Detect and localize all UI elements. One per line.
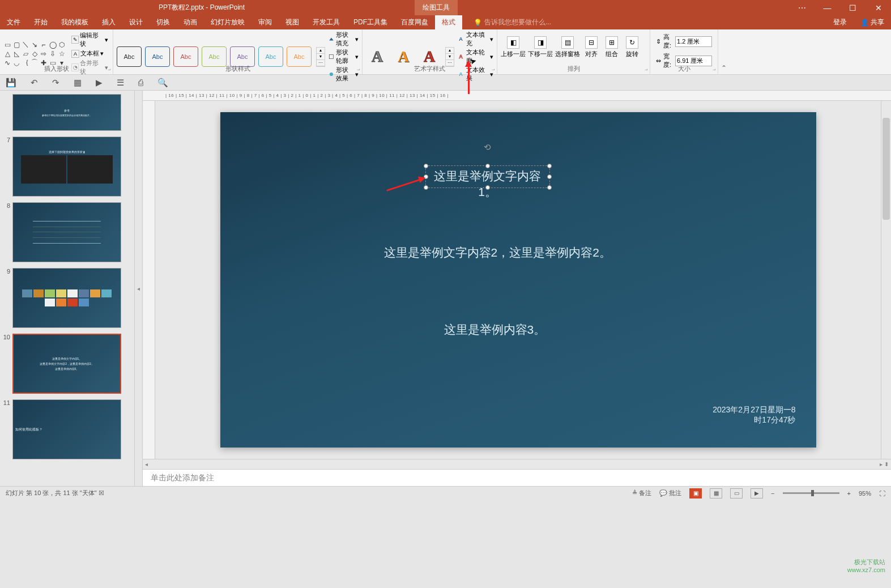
rotate-icon: ↻ <box>626 36 638 49</box>
shape-line-arrow-icon[interactable]: ↘ <box>31 41 39 49</box>
group-size: 大小 <box>650 63 718 74</box>
collapse-ribbon-button[interactable]: ⌃ <box>718 29 730 74</box>
selection-handle[interactable] <box>485 185 490 190</box>
maximize-button[interactable]: ☐ <box>840 0 866 15</box>
tab-insert[interactable]: 插入 <box>95 15 122 29</box>
selection-pane-icon: ▤ <box>561 36 574 49</box>
zoom-slider[interactable] <box>783 492 839 494</box>
reading-view-button[interactable]: ▭ <box>730 488 743 498</box>
tab-review[interactable]: 审阅 <box>251 15 279 29</box>
slide-canvas[interactable]: 这里是举例文字内容1。 ⟲ 这里是举例文字内容2，这里是举例内容2。 这里是举例… <box>155 101 881 459</box>
tab-my-templates[interactable]: 我的模板 <box>54 15 95 29</box>
textbox-icon: A <box>71 50 79 58</box>
align-button[interactable]: ⊟对齐 <box>582 36 600 58</box>
horizontal-scrollbar[interactable]: ◂▸ ⬍ <box>143 459 891 469</box>
shape-rectangle-icon[interactable]: ▭ <box>3 41 11 49</box>
height-input[interactable] <box>675 36 712 47</box>
tab-baidu-disk[interactable]: 百度网盘 <box>394 15 435 29</box>
slide-thumb-8[interactable] <box>12 202 121 262</box>
shape-star-icon[interactable]: ☆ <box>58 50 66 58</box>
shapes-gallery[interactable]: ▭▢＼↘⌐◯⬡ △◺▱◇⇨⇩☆ ∿◡｛⌒✚▭▾ <box>3 41 66 67</box>
textbox-3[interactable]: 这里是举例内容3。 <box>440 319 551 340</box>
zoom-in-button[interactable]: + <box>847 490 851 497</box>
textbox-button[interactable]: A文本框 ▾ <box>70 49 109 58</box>
login-button[interactable]: 登录 <box>826 15 854 29</box>
slide-thumb-10[interactable]: 这里是举例文字内容1。这里是举例文字内容2，这里是举例内容2。这里是举例内容3。 <box>12 334 121 394</box>
shape-diamond-icon[interactable]: ◇ <box>31 50 39 58</box>
tab-home[interactable]: 开始 <box>27 15 54 29</box>
selection-handle[interactable] <box>424 164 428 168</box>
shape-fill-button[interactable]: 形状填充 ▾ <box>329 31 359 48</box>
status-slide-info: 幻灯片 第 10 张，共 11 张 "天体" ☒ <box>6 489 104 497</box>
shape-hexagon-icon[interactable]: ⬡ <box>58 41 66 49</box>
selection-handle[interactable] <box>485 164 490 168</box>
tab-design[interactable]: 设计 <box>122 15 150 29</box>
selection-handle[interactable] <box>547 164 552 168</box>
status-notes-button[interactable]: ≜ 备注 <box>632 489 651 497</box>
status-comments-button[interactable]: 💬 批注 <box>659 489 681 497</box>
slide-thumb-11[interactable]: 如何使用此模板？ <box>12 399 121 459</box>
shape-outline-button[interactable]: 形状轮廓 ▾ <box>329 48 359 65</box>
tab-developer[interactable]: 开发工具 <box>306 15 347 29</box>
shape-parallelogram-icon[interactable]: ▱ <box>22 50 29 58</box>
thumb-number: 9 <box>2 268 10 328</box>
watermark: 极光下载站 www.xz7.com <box>847 558 885 573</box>
selection-pane-button[interactable]: ▤选择窗格 <box>555 36 580 58</box>
shape-triangle-icon[interactable]: △ <box>3 50 11 58</box>
group-button[interactable]: ⊞组合 <box>603 36 621 58</box>
outline-pen-icon <box>329 53 334 61</box>
svg-text:A: A <box>459 36 463 42</box>
rotate-handle-icon[interactable]: ⟲ <box>483 142 492 151</box>
shape-connector-icon[interactable]: ⌐ <box>40 41 48 49</box>
slide-thumb-6[interactable]: 参考参考以下网址用以搜索更多的会议相关高清图片。 <box>12 94 121 131</box>
minimize-button[interactable]: — <box>815 0 840 15</box>
shape-rounded-rect-icon[interactable]: ▢ <box>12 41 20 49</box>
wa-gallery-up-icon[interactable]: ▴ <box>446 48 454 54</box>
tab-slideshow[interactable]: 幻灯片放映 <box>204 15 251 29</box>
height-icon: ⇕ <box>656 38 661 45</box>
textbox-2[interactable]: 这里是举例文字内容2，这里是举例内容2。 <box>380 242 616 263</box>
gallery-down-icon[interactable]: ▾ <box>317 54 325 60</box>
shape-right-triangle-icon[interactable]: ◺ <box>12 50 20 58</box>
current-slide[interactable]: 这里是举例文字内容1。 ⟲ 这里是举例文字内容2，这里是举例内容2。 这里是举例… <box>220 112 816 448</box>
align-icon: ⊟ <box>585 36 598 49</box>
slide-thumb-7[interactable]: 选择下面到视觉效果的形状 ▮ <box>12 137 121 197</box>
normal-view-button[interactable]: ▣ <box>689 488 702 498</box>
notes-pane[interactable]: 单击此处添加备注 <box>143 469 891 486</box>
selection-handle[interactable] <box>547 185 552 190</box>
gallery-up-icon[interactable]: ▴ <box>317 48 325 54</box>
tab-animations[interactable]: 动画 <box>177 15 204 29</box>
slide-thumb-9[interactable] <box>12 268 121 328</box>
selection-handle[interactable] <box>547 174 552 179</box>
edit-shape-button[interactable]: ✎编辑形状 ▾ <box>70 31 109 49</box>
tab-format[interactable]: 格式 <box>435 15 462 29</box>
fit-to-window-button[interactable]: ⛶ <box>879 490 885 497</box>
text-fill-button[interactable]: A文本填充 ▾ <box>458 31 493 48</box>
sorter-view-button[interactable]: ▦ <box>710 488 722 498</box>
slide-thumbnails-panel[interactable]: 参考参考以下网址用以搜索更多的会议相关高清图片。 7选择下面到视觉效果的形状 ▮… <box>0 91 135 486</box>
send-backward-button[interactable]: ◨下移一层 <box>528 36 553 58</box>
tab-transitions[interactable]: 切换 <box>150 15 177 29</box>
rotate-button[interactable]: ↻旋转 <box>623 36 641 58</box>
panel-collapse-button[interactable]: ◂ <box>135 91 143 486</box>
tell-me-search[interactable]: 💡告诉我您想要做什么... <box>474 18 551 27</box>
close-button[interactable]: ✕ <box>866 0 891 15</box>
tab-file[interactable]: 文件 <box>0 15 27 29</box>
selection-handle[interactable] <box>424 185 428 190</box>
textbox-1-selected[interactable]: 这里是举例文字内容1。 ⟲ <box>425 165 550 188</box>
bring-forward-button[interactable]: ◧上移一层 <box>501 36 526 58</box>
zoom-out-button[interactable]: − <box>771 490 774 497</box>
vertical-scrollbar[interactable] <box>881 101 891 459</box>
shape-arrow-right-icon[interactable]: ⇨ <box>40 50 48 58</box>
shape-oval-icon[interactable]: ◯ <box>49 41 57 49</box>
ribbon-options-icon[interactable]: ⋯ <box>789 0 815 15</box>
shape-line-icon[interactable]: ＼ <box>22 41 29 49</box>
slideshow-view-button[interactable]: ▶ <box>751 488 763 498</box>
zoom-level[interactable]: 95% <box>859 490 871 497</box>
wa-gallery-down-icon[interactable]: ▾ <box>446 54 454 60</box>
share-button[interactable]: 👤共享 <box>854 15 891 29</box>
shape-arrow-down-icon[interactable]: ⇩ <box>49 50 57 58</box>
scrollbar-thumb[interactable] <box>883 118 890 220</box>
tab-pdf-tools[interactable]: PDF工具集 <box>347 15 394 29</box>
tab-view[interactable]: 视图 <box>279 15 306 29</box>
